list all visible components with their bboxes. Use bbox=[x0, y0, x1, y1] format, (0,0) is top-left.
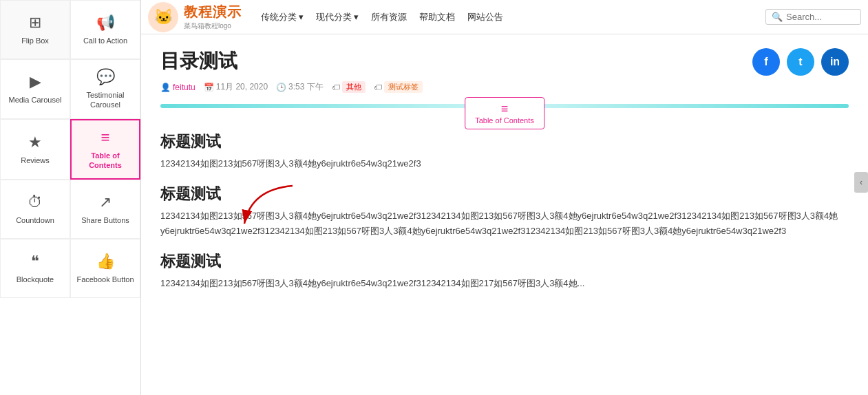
section3-text-content: 12342134如图213如567呀图3人3额4她y6ejruktr6e54w3… bbox=[160, 278, 584, 288]
calendar-icon: 📅 bbox=[204, 83, 214, 92]
toc-widget-label: Table of Contents bbox=[475, 116, 534, 125]
nav-links: 传统分类 ▾ 现代分类 ▾ 所有资源 帮助文档 网站公告 bbox=[261, 11, 760, 23]
facebook-share-button[interactable]: f bbox=[752, 48, 780, 76]
flip-box-label: Flip Box bbox=[21, 36, 49, 45]
sidebar-grid: ⊞ Flip Box 📢 Call to Action ▶ Media Caro… bbox=[0, 0, 140, 298]
facebook-button-icon: 👍 bbox=[96, 253, 115, 270]
blockquote-label: Blockquote bbox=[17, 275, 54, 284]
sidebar-item-testimonial-carousel[interactable]: 💬 Testimonial Carousel bbox=[70, 59, 140, 119]
tag2-text: 测试标签 bbox=[384, 81, 423, 93]
countdown-label: Countdown bbox=[16, 215, 54, 225]
call-to-action-icon: 📢 bbox=[96, 14, 115, 32]
article-meta: 👤 feitutu 📅 11月 20, 2020 🕒 3:53 下午 bbox=[160, 81, 423, 93]
meta-tag2: 🏷 测试标签 bbox=[374, 81, 423, 93]
testimonial-carousel-label: Testimonial Carousel bbox=[75, 90, 136, 110]
sidebar-item-call-to-action[interactable]: 📢 Call to Action bbox=[70, 0, 140, 59]
chevron-down-icon-1: ▾ bbox=[354, 12, 359, 22]
media-carousel-label: Media Carousel bbox=[8, 95, 61, 105]
facebook-button-label: Facebook Button bbox=[76, 275, 134, 284]
section1-text: 12342134如图213如567呀图3人3额4她y6ejruktr6e54w3… bbox=[160, 156, 849, 171]
nav-item-3[interactable]: 帮助文档 bbox=[419, 11, 455, 23]
toc-widget-icon: ≡ bbox=[475, 102, 534, 116]
table-of-contents-label: Table of Contents bbox=[76, 151, 135, 171]
clock-icon: 🕒 bbox=[276, 83, 286, 92]
main-content: 🐱 教程演示 菜鸟箱教程logo 传统分类 ▾ 现代分类 ▾ 所有资源 帮助文档… bbox=[141, 0, 868, 395]
time-text: 3:53 下午 bbox=[288, 81, 324, 93]
nav-item-0[interactable]: 传统分类 ▾ bbox=[261, 11, 304, 23]
toc-bar-wrapper: ≡ Table of Contents bbox=[160, 104, 849, 111]
nav-item-4[interactable]: 网站公告 bbox=[467, 11, 503, 23]
testimonial-carousel-icon: 💬 bbox=[96, 68, 115, 86]
sidebar-item-flip-box[interactable]: ⊞ Flip Box bbox=[0, 0, 70, 59]
sidebar-item-blockquote[interactable]: ❝ Blockquote bbox=[0, 239, 70, 298]
site-logo[interactable]: 🐱 教程演示 菜鸟箱教程logo bbox=[148, 2, 242, 32]
facebook-icon: f bbox=[764, 56, 768, 68]
meta-date: 📅 11月 20, 2020 bbox=[204, 81, 268, 93]
flip-box-icon: ⊞ bbox=[29, 14, 41, 32]
logo-text-group: 教程演示 菜鸟箱教程logo bbox=[184, 3, 242, 31]
content-area: 目录测试 👤 feitutu 📅 11月 20, 2020 bbox=[141, 34, 868, 395]
section1-heading: 标题测试 bbox=[160, 131, 849, 152]
nav-item-2[interactable]: 所有资源 bbox=[371, 11, 407, 23]
author-icon: 👤 bbox=[160, 83, 171, 92]
section2-text-content: 12342134如图213如567呀图3人3额4她y6ejruktr6e54w3… bbox=[160, 211, 838, 236]
logo-subtitle: 菜鸟箱教程logo bbox=[184, 21, 242, 31]
section2-heading: 标题测试 bbox=[160, 184, 849, 204]
sidebar-item-media-carousel[interactable]: ▶ Media Carousel bbox=[0, 59, 70, 119]
search-box[interactable]: 🔍 bbox=[765, 9, 861, 25]
media-carousel-icon: ▶ bbox=[30, 73, 41, 91]
call-to-action-label: Call to Action bbox=[83, 36, 127, 45]
share-buttons-icon: ↗ bbox=[99, 193, 112, 211]
share-buttons-label: Share Buttons bbox=[81, 215, 129, 225]
section3-text: 12342134如图213如567呀图3人3额4她y6ejruktr6e54w3… bbox=[160, 276, 849, 291]
tag-icon-2: 🏷 bbox=[374, 83, 382, 92]
twitter-share-button[interactable]: t bbox=[787, 48, 814, 76]
sidebar-item-share-buttons[interactable]: ↗ Share Buttons bbox=[70, 180, 140, 239]
tag1-text: 其他 bbox=[342, 81, 366, 93]
logo-emoji: 🐱 bbox=[154, 8, 173, 26]
linkedin-share-button[interactable]: in bbox=[821, 48, 849, 76]
author-name: feitutu bbox=[173, 83, 195, 92]
linkedin-icon: in bbox=[830, 56, 840, 68]
logo-image: 🐱 bbox=[148, 2, 178, 32]
article-title: 目录测试 bbox=[160, 48, 423, 74]
blockquote-icon: ❝ bbox=[31, 253, 39, 270]
toc-widget[interactable]: ≡ Table of Contents bbox=[465, 97, 544, 129]
sidebar-toggle-button[interactable]: ‹ bbox=[854, 172, 868, 193]
nav-item-1[interactable]: 现代分类 ▾ bbox=[316, 11, 359, 23]
reviews-icon: ★ bbox=[28, 134, 42, 151]
sidebar-item-reviews[interactable]: ★ Reviews bbox=[0, 119, 70, 180]
article: 目录测试 👤 feitutu 📅 11月 20, 2020 bbox=[141, 34, 868, 395]
sidebar: ⊞ Flip Box 📢 Call to Action ▶ Media Caro… bbox=[0, 0, 141, 395]
sidebar-item-countdown[interactable]: ⏱ Countdown bbox=[0, 180, 70, 239]
search-icon: 🔍 bbox=[772, 12, 783, 22]
meta-time: 🕒 3:53 下午 bbox=[276, 81, 324, 93]
section2-text: 12342134如图213如567呀图3人3额4她y6ejruktr6e54w3… bbox=[160, 209, 849, 239]
twitter-icon: t bbox=[798, 56, 802, 68]
section3-heading: 标题测试 bbox=[160, 251, 849, 272]
sidebar-item-facebook-button[interactable]: 👍 Facebook Button bbox=[70, 239, 140, 298]
topnav: 🐱 教程演示 菜鸟箱教程logo 传统分类 ▾ 现代分类 ▾ 所有资源 帮助文档… bbox=[141, 0, 868, 34]
chevron-down-icon-0: ▾ bbox=[299, 12, 304, 22]
logo-title: 教程演示 bbox=[184, 3, 242, 21]
date-text: 11月 20, 2020 bbox=[216, 81, 268, 93]
meta-author: 👤 feitutu bbox=[160, 83, 195, 92]
section1-text-content: 12342134如图213如567呀图3人3额4她y6ejruktr6e54w3… bbox=[160, 158, 421, 169]
search-input[interactable] bbox=[786, 12, 855, 22]
chevron-left-icon: ‹ bbox=[860, 178, 862, 187]
table-of-contents-icon: ≡ bbox=[101, 129, 110, 147]
meta-tag1: 🏷 其他 bbox=[332, 81, 366, 93]
sidebar-item-table-of-contents[interactable]: ≡ Table of Contents bbox=[70, 119, 140, 180]
tag-icon-1: 🏷 bbox=[332, 83, 340, 92]
reviews-label: Reviews bbox=[21, 156, 50, 165]
social-buttons: f t in bbox=[752, 48, 849, 76]
countdown-icon: ⏱ bbox=[28, 193, 43, 211]
